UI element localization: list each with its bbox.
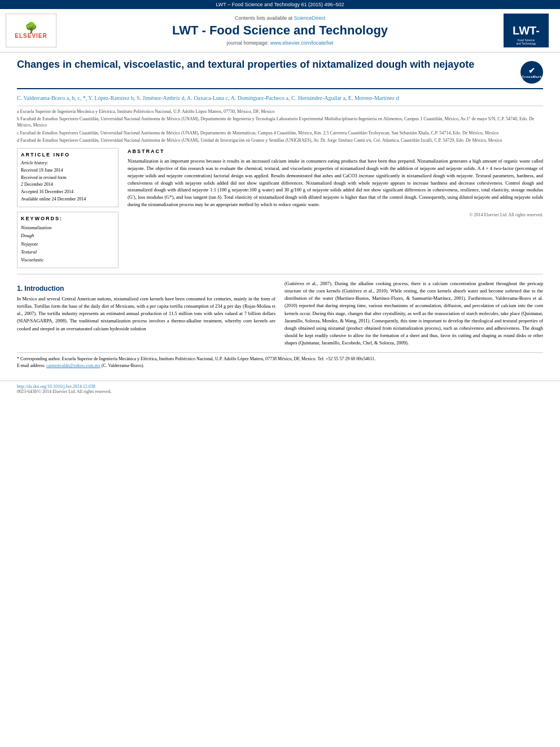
received-revised-label: Received in revised form xyxy=(21,174,115,182)
keyword-5: Viscoelastic xyxy=(21,256,115,264)
affiliation-d: d Facultad de Estudios Superiores Cuauti… xyxy=(17,137,543,143)
journal-reference-text: LWT – Food Science and Technology 61 (20… xyxy=(216,2,344,7)
lwt-logo-subtitle: Food Scienceand Technology xyxy=(515,38,537,45)
accepted-date: Accepted 16 December 2014 xyxy=(21,189,115,196)
keywords-label: Keywords: xyxy=(21,216,115,221)
intro-para2: (Gutiérrez et al., 2007). During the alk… xyxy=(285,280,543,347)
contents-label: Contents lists available at xyxy=(235,15,292,21)
article-info-abstract: ARTICLE INFO Article history: Received 1… xyxy=(17,148,543,268)
elsevier-tree-icon: 🌳 xyxy=(25,23,37,33)
footnotes: * Corresponding author. Escuela Superior… xyxy=(17,352,543,369)
crossmark-label: CrossMark xyxy=(522,75,542,78)
email-footnote: E-mail address: carmenvalde@yahoo.com.mx… xyxy=(17,362,543,369)
elsevier-name: ELSEVIER xyxy=(15,33,47,39)
keyword-2: Dough xyxy=(21,231,115,239)
issn-copyright: 0023-6438/© 2014 Elsevier Ltd. All right… xyxy=(17,389,111,394)
corresponding-footnote: * Corresponding author. Escuela Superior… xyxy=(17,356,543,362)
keywords-box: Keywords: Nixtamalization Dough Nejayote… xyxy=(17,212,119,268)
journal-header: 🌳 ELSEVIER Contents lists available at S… xyxy=(0,9,560,53)
affiliation-c: c Facultad de Estudios Superiores Cuauti… xyxy=(17,130,543,136)
affiliation-a: a Escuela Superior de Ingeniería Mecánic… xyxy=(17,108,543,115)
homepage-link[interactable]: www.elsevier.com/locate/lwt xyxy=(270,40,334,46)
affiliations: a Escuela Superior de Ingeniería Mecánic… xyxy=(17,106,543,143)
copyright: © 2014 Elsevier Ltd. All rights reserved… xyxy=(128,212,543,219)
science-direct-info: Contents lists available at ScienceDirec… xyxy=(68,15,492,21)
affiliation-b: b Facultad de Estudios Superiores Cuauti… xyxy=(17,116,543,128)
authors-line: C. Valderrama-Bravo a, b, c, *, Y. López… xyxy=(17,94,543,102)
bottom-bar: http://dx.doi.org/10.1016/j.lwt.2014.12.… xyxy=(0,381,560,397)
abstract-box: ABSTRACT Nixtamalization is an important… xyxy=(128,148,543,219)
crossmark-badge: ✔ CrossMark xyxy=(520,61,543,84)
author-names: C. Valderrama-Bravo a, b, c, *, Y. López… xyxy=(17,95,399,101)
article-title-section: Changes in chemical, viscoelastic, and t… xyxy=(17,58,543,89)
right-column: ABSTRACT Nixtamalization is an important… xyxy=(128,148,543,268)
abstract-text: Nixtamalization is an important process … xyxy=(128,158,543,208)
lwt-logo-text: LWT- xyxy=(513,24,540,37)
elsevier-logo: 🌳 ELSEVIER xyxy=(6,14,56,47)
received-date: Received 19 June 2014 xyxy=(21,167,115,174)
abstract-label: ABSTRACT xyxy=(128,148,543,156)
journal-reference-bar: LWT – Food Science and Technology 61 (20… xyxy=(0,0,560,9)
keyword-1: Nixtamalization xyxy=(21,224,115,231)
body-two-col: 1. Introduction In Mexico and several Ce… xyxy=(17,280,543,347)
lwt-logo: LWT- Food Scienceand Technology xyxy=(504,14,549,47)
intro-heading: 1. Introduction xyxy=(17,285,275,292)
available-online: Available online 24 December 2014 xyxy=(21,196,115,203)
homepage-label: journal homepage: xyxy=(227,40,269,46)
email-link[interactable]: carmenvalde@yahoo.com.mx xyxy=(46,363,100,368)
history-label: Article history: xyxy=(21,160,115,167)
body-left: 1. Introduction In Mexico and several Ce… xyxy=(17,280,275,347)
crossmark-icon: ✔ xyxy=(528,66,535,75)
revised-date: 2 December 2014 xyxy=(21,181,115,189)
article-container: Changes in chemical, viscoelastic, and t… xyxy=(0,53,560,375)
intro-para1: In Mexico and several Central American n… xyxy=(17,295,275,333)
article-history: Article history: Received 19 June 2014 R… xyxy=(21,160,115,203)
journal-title: LWT - Food Science and Technology xyxy=(68,23,492,38)
email-label: E-mail address: xyxy=(17,363,46,368)
journal-center: Contents lists available at ScienceDirec… xyxy=(56,15,504,46)
article-info-label: ARTICLE INFO xyxy=(21,152,115,158)
science-direct-link[interactable]: ScienceDirect xyxy=(294,15,326,21)
article-info-box: ARTICLE INFO Article history: Received 1… xyxy=(17,148,119,207)
email-author: (C. Valderrama-Bravo). xyxy=(102,363,145,368)
article-title: Changes in chemical, viscoelastic, and t… xyxy=(17,58,515,71)
keyword-4: Textural xyxy=(21,248,115,256)
section-divider xyxy=(17,274,543,274)
doi-link[interactable]: http://dx.doi.org/10.1016/j.lwt.2014.12.… xyxy=(17,384,95,389)
keyword-3: Nejayote xyxy=(21,240,115,248)
journal-homepage: journal homepage: www.elsevier.com/locat… xyxy=(68,40,492,46)
left-column: ARTICLE INFO Article history: Received 1… xyxy=(17,148,119,268)
body-right: (Gutiérrez et al., 2007). During the alk… xyxy=(285,280,543,347)
